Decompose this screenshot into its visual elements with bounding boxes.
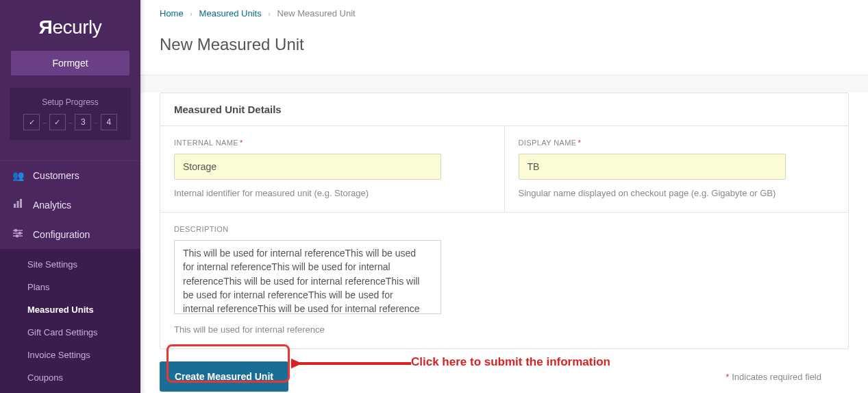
display-name-input[interactable] xyxy=(519,154,786,180)
breadcrumb: Home › Measured Units › New Measured Uni… xyxy=(140,0,868,25)
subnav-coupons[interactable]: Coupons xyxy=(0,366,140,389)
subnav-plans[interactable]: Plans xyxy=(0,276,140,298)
subnav: Site Settings Plans Measured Units Gift … xyxy=(0,249,140,393)
subnav-site-settings[interactable]: Site Settings xyxy=(0,253,140,276)
field-label: DESCRIPTION xyxy=(174,225,834,233)
internal-name-input[interactable] xyxy=(174,154,441,180)
people-icon: 👥 xyxy=(12,170,23,181)
field-help: Internal identifier for measured unit (e… xyxy=(174,188,491,198)
measured-unit-details-panel: Measured Unit Details INTERNAL NAME* Int… xyxy=(160,93,849,349)
breadcrumb-home[interactable]: Home xyxy=(160,8,184,19)
create-measured-unit-button[interactable]: Create Measured Unit xyxy=(160,361,288,392)
chevron-right-icon: › xyxy=(190,10,193,18)
progress-step-1[interactable] xyxy=(23,114,40,130)
nav-customers[interactable]: 👥 Customers xyxy=(0,160,140,190)
nav-label: Customers xyxy=(33,170,79,181)
description-field: DESCRIPTION This will be used for intern… xyxy=(160,213,848,348)
setup-progress-title: Setup Progress xyxy=(16,97,124,107)
svg-rect-0 xyxy=(14,204,16,208)
description-textarea[interactable] xyxy=(174,240,441,314)
progress-step-3[interactable]: 3 xyxy=(75,114,91,130)
field-label: INTERNAL NAME* xyxy=(174,139,491,147)
panel-header: Measured Unit Details xyxy=(160,93,848,126)
section-divider xyxy=(140,75,868,93)
subnav-gift-card-settings[interactable]: Gift Card Settings xyxy=(0,321,140,344)
subnav-measured-units[interactable]: Measured Units xyxy=(0,298,140,321)
chevron-right-icon: › xyxy=(268,10,271,18)
svg-rect-2 xyxy=(20,199,22,208)
account-badge[interactable]: Formget xyxy=(11,51,129,75)
annotation-callout: Click here to submit the information xyxy=(411,355,610,369)
field-help: This will be used for internal reference xyxy=(174,324,834,335)
main-content: Home › Measured Units › New Measured Uni… xyxy=(140,0,868,393)
setup-progress: Setup Progress – – 3 – 4 xyxy=(10,88,131,140)
breadcrumb-measured-units[interactable]: Measured Units xyxy=(199,8,262,19)
page-title: New Measured Unit xyxy=(140,25,868,75)
breadcrumb-current: New Measured Unit xyxy=(277,8,356,19)
svg-point-4 xyxy=(15,230,17,232)
svg-rect-1 xyxy=(17,201,19,208)
subnav-invoice-settings[interactable]: Invoice Settings xyxy=(0,344,140,366)
nav-label: Analytics xyxy=(33,200,71,211)
sliders-icon xyxy=(12,228,23,240)
nav-configuration[interactable]: Configuration xyxy=(0,219,140,249)
required-legend: *Indicates required field xyxy=(724,372,821,382)
sidebar: Recurly Formget Setup Progress – – 3 – 4… xyxy=(0,0,140,393)
progress-step-4[interactable]: 4 xyxy=(101,114,117,130)
svg-point-6 xyxy=(19,233,21,235)
display-name-field: DISPLAY NAME* Singular name displayed on… xyxy=(504,126,849,212)
field-label: DISPLAY NAME* xyxy=(519,139,835,147)
progress-step-2[interactable] xyxy=(49,114,66,130)
brand-logo: Recurly xyxy=(0,0,140,51)
nav-analytics[interactable]: Analytics xyxy=(0,190,140,219)
bar-chart-icon xyxy=(12,199,23,211)
nav-label: Configuration xyxy=(33,229,90,240)
svg-point-8 xyxy=(16,235,18,237)
internal-name-field: INTERNAL NAME* Internal identifier for m… xyxy=(160,126,504,212)
field-help: Singular name displayed on checkout page… xyxy=(519,188,835,198)
